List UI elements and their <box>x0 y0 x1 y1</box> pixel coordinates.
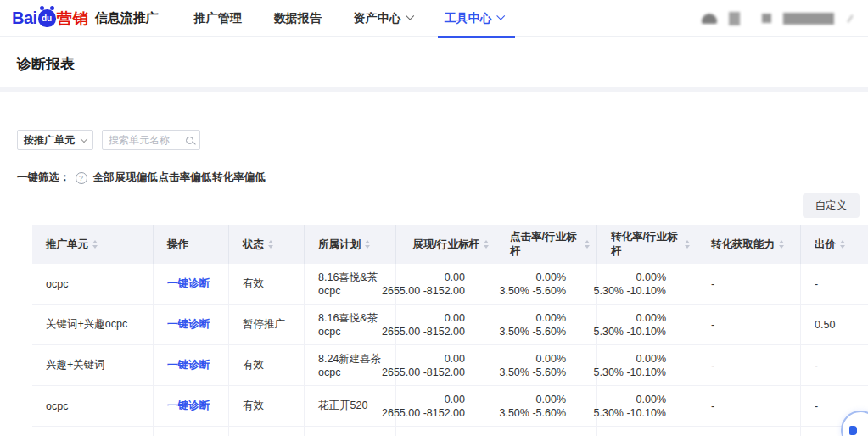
quick-filter-2[interactable]: 展现偏低 <box>115 170 158 185</box>
sort-up-arrow <box>268 240 273 243</box>
cell-value: 0.00% <box>636 393 666 406</box>
column-header-unit[interactable]: 推广单元 <box>32 225 154 264</box>
cell-benchmark: 2655.00 -8152.00 <box>382 325 465 338</box>
quick-filter-1[interactable]: 全部 <box>93 170 115 185</box>
baidu-marketing-logo[interactable]: Bai du 营销 <box>12 8 89 29</box>
sort-icon[interactable] <box>484 240 489 249</box>
sort-down-arrow <box>484 245 489 249</box>
diagnose-link[interactable]: 一键诊断 <box>167 317 210 332</box>
diagnostic-table: 推广单元操作状态所属计划展现/行业标杆点击率/行业标杆转化率/行业标杆转化获取能… <box>32 225 868 436</box>
dimension-select[interactable]: 按推广单元 <box>17 130 93 150</box>
nav-items: 推广管理数据报告资产中心工具中心 <box>194 11 503 26</box>
customize-button[interactable]: 自定义 <box>803 193 860 218</box>
column-header-conversion_ability[interactable]: 转化获取能力 <box>697 225 801 264</box>
dimension-select-value: 按推广单元 <box>24 133 81 148</box>
column-header-label: 推广单元 <box>46 238 88 252</box>
sort-up-arrow <box>484 240 489 243</box>
column-header-ctr[interactable]: 点击率/行业标杆 <box>496 225 597 264</box>
search-icon[interactable] <box>186 137 193 144</box>
nav-item-2[interactable]: 数据报告 <box>274 11 322 26</box>
cell-value: 0.00 <box>445 352 465 366</box>
diagnostic-report-page: Bai du 营销 信息流推广 推广管理数据报告资产中心工具中心 诊断报表 按推… <box>0 0 868 436</box>
nav-item-label: 数据报告 <box>274 11 322 26</box>
cell-status: 暂停推广 <box>229 305 305 344</box>
nav-item-label: 工具中心 <box>445 11 492 26</box>
table-row: ocpc一键诊断有效8.16喜悦&茶ocpc0.002655.00 -8152.… <box>32 264 868 305</box>
column-header-label: 状态 <box>243 238 264 252</box>
cell-ctr: 0.00%3.50% -5.60% <box>496 305 597 344</box>
sort-down-arrow <box>840 245 845 249</box>
sort-icon[interactable] <box>585 240 590 249</box>
sort-icon[interactable] <box>840 240 845 249</box>
cell-bid: 0.50 <box>801 305 868 344</box>
column-header-plan[interactable]: 所属计划 <box>305 225 396 264</box>
support-icon[interactable] <box>702 14 717 24</box>
column-header-label: 点击率/行业标杆 <box>510 230 580 259</box>
help-question-icon[interactable]: ? <box>76 172 87 184</box>
sort-icon[interactable] <box>685 240 690 249</box>
cell-bid: - <box>801 345 868 385</box>
cell-value: 0.00% <box>536 393 566 406</box>
diagnose-link[interactable]: 一键诊断 <box>167 358 210 372</box>
avatar[interactable] <box>762 14 771 23</box>
cell-ctr: 0.00%3.50% -5.60% <box>496 386 597 426</box>
cell-value: 0.00% <box>536 311 566 325</box>
diagnose-link[interactable]: 一键诊断 <box>167 399 210 413</box>
cell-benchmark: 2655.00 -8152.00 <box>382 284 465 298</box>
quick-filter-4[interactable]: 转化率偏低 <box>212 170 266 185</box>
search-input[interactable] <box>109 134 186 146</box>
cell-impressions: 0.002655.00 -8152.00 <box>396 345 496 385</box>
chevron-down-icon <box>81 135 87 142</box>
sort-up-arrow <box>365 240 370 243</box>
nav-item-label: 推广管理 <box>194 11 242 26</box>
column-header-status[interactable]: 状态 <box>229 225 305 264</box>
diagnose-link[interactable]: 一键诊断 <box>167 277 210 291</box>
sort-up-arrow <box>779 240 784 243</box>
cell-impressions: 0.002655.00 -8152.00 <box>396 386 496 426</box>
cell-unit <box>32 427 154 436</box>
user-account-area-redacted[interactable] <box>702 12 854 25</box>
sort-down-arrow <box>685 245 690 249</box>
cell-ctr: 0.00%3.50% -5.60% <box>496 345 597 385</box>
cell-benchmark: 5.30% -10.10% <box>594 406 666 420</box>
nav-item-3[interactable]: 资产中心 <box>354 11 412 26</box>
sort-icon[interactable] <box>779 240 784 249</box>
unit-search-box <box>102 130 200 150</box>
cell-value: 0.00% <box>636 352 666 366</box>
nav-item-1[interactable]: 推广管理 <box>194 11 242 26</box>
cell-benchmark: 2655.00 -8152.00 <box>382 406 465 420</box>
cell-benchmark: 5.30% -10.10% <box>594 325 666 338</box>
cell-unit: ocpc <box>32 264 154 304</box>
table-body: ocpc一键诊断有效8.16喜悦&茶ocpc0.002655.00 -8152.… <box>32 264 868 436</box>
table-row: 兴趣+关键词一键诊断有效8.24新建喜茶ocpc0.002655.00 -815… <box>32 345 868 386</box>
cell-value: 0.00 <box>445 393 465 406</box>
section-divider <box>0 87 868 92</box>
column-header-cvr[interactable]: 转化率/行业标杆 <box>597 225 697 264</box>
column-header-action: 操作 <box>154 225 229 264</box>
cell-value: 0.00% <box>536 271 566 284</box>
cell-value: 0.00 <box>445 311 465 325</box>
page-header: 诊断报表 <box>0 37 868 87</box>
column-header-label: 出价 <box>815 238 836 252</box>
quick-filter-3[interactable]: 点击率偏低 <box>159 170 212 185</box>
help-float-icon <box>849 426 857 435</box>
sort-icon[interactable] <box>92 240 98 249</box>
cell-status: 有效 <box>229 345 305 385</box>
column-header-impressions[interactable]: 展现/行业标杆 <box>396 225 496 264</box>
cell-unit: 兴趣+关键词 <box>32 345 154 385</box>
cell-unit: 关键词+兴趣ocpc <box>32 305 154 344</box>
customize-row: 自定义 <box>17 193 860 218</box>
sort-icon[interactable] <box>268 240 273 249</box>
column-header-label: 展现/行业标杆 <box>413 238 479 252</box>
column-header-label: 转化率/行业标杆 <box>611 230 680 259</box>
cell-benchmark: 5.30% -10.10% <box>594 366 666 379</box>
cell-benchmark: 3.50% -5.60% <box>499 325 566 338</box>
sort-icon[interactable] <box>365 240 370 249</box>
cell-impressions: 0.002655.00 -8152.00 <box>396 305 496 344</box>
top-nav: Bai du 营销 信息流推广 推广管理数据报告资产中心工具中心 <box>0 0 868 37</box>
column-header-bid[interactable]: 出价 <box>801 225 868 264</box>
nav-item-4[interactable]: 工具中心 <box>445 11 503 26</box>
filter-bar: 按推广单元 <box>17 130 868 150</box>
notification-icon[interactable] <box>729 12 740 25</box>
cell-value: 0.00 <box>445 271 465 284</box>
